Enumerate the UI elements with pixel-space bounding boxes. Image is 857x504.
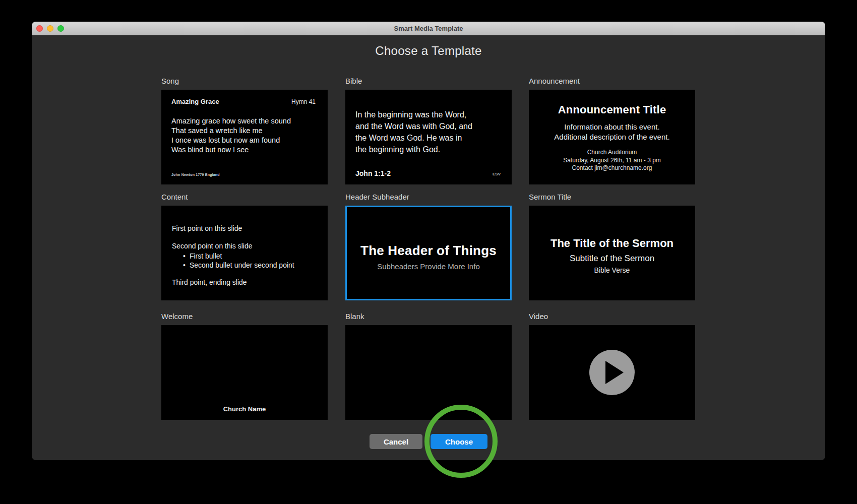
template-label-bible: Bible	[345, 77, 512, 90]
screen: Smart Media Template Choose a Template S…	[0, 0, 857, 504]
header-text: The Header of Things	[360, 243, 497, 259]
subheader-text: Subheaders Provide More Info	[377, 262, 479, 271]
template-label-header-subheader: Header Subheader	[345, 193, 512, 206]
verse-line: the beginning with God.	[355, 144, 504, 155]
announcement-description: Information about this event. Additional…	[529, 122, 695, 142]
bible-verse-text: In the beginning was the Word, and the W…	[345, 90, 512, 155]
template-video: Video	[529, 312, 695, 420]
video-body	[529, 325, 695, 420]
template-song: Song Amazing Grace Hymn 41 Amazing grace…	[161, 77, 328, 184]
template-label-video: Video	[529, 312, 695, 325]
lyric-line: Was blind but now I see	[171, 145, 328, 155]
content-point: First point on this slide	[172, 224, 323, 233]
song-title: Amazing Grace	[171, 98, 219, 105]
announcement-details: Church Auditorium Saturday, August 26th,…	[529, 149, 695, 172]
template-card-welcome[interactable]: Church Name	[161, 325, 328, 420]
template-card-blank[interactable]	[345, 325, 512, 420]
sermon-title-text: The Title of the Sermon	[550, 237, 674, 250]
announcement-detail-line: Church Auditorium	[529, 149, 695, 157]
cancel-button[interactable]: Cancel	[370, 434, 422, 449]
template-label-announcement: Announcement	[529, 77, 695, 90]
announcement-desc-line: Additional description of the event.	[529, 132, 695, 142]
template-card-announcement[interactable]: Announcement Title Information about thi…	[529, 90, 695, 184]
template-bible: Bible In the beginning was the Word, and…	[345, 77, 512, 184]
template-label-welcome: Welcome	[161, 312, 328, 325]
template-card-sermon-title[interactable]: The Title of the Sermon Subtitle of the …	[529, 206, 695, 300]
content-point: Second point on this slide	[172, 241, 323, 250]
window-title: Smart Media Template	[32, 22, 825, 35]
template-blank: Blank	[345, 312, 512, 420]
dialog-window: Smart Media Template Choose a Template S…	[32, 22, 825, 460]
sermon-subtitle-text: Subtitle of the Sermon	[570, 254, 654, 264]
bible-translation: ESV	[493, 172, 501, 176]
announcement-body: Announcement Title Information about thi…	[529, 90, 695, 172]
template-content: Content First point on this slide Second…	[161, 193, 328, 300]
template-header-subheader: Header Subheader The Header of Things Su…	[345, 193, 512, 300]
church-name-text: Church Name	[161, 405, 328, 413]
verse-line: In the beginning was the Word,	[355, 109, 504, 120]
template-card-song[interactable]: Amazing Grace Hymn 41 Amazing grace how …	[161, 90, 328, 184]
template-card-header-subheader[interactable]: The Header of Things Subheaders Provide …	[345, 206, 512, 300]
template-sermon-title: Sermon Title The Title of the Sermon Sub…	[529, 193, 695, 300]
verse-line: the Word was God. He was in	[355, 132, 504, 144]
template-announcement: Announcement Announcement Title Informat…	[529, 77, 695, 184]
header-subheader-body: The Header of Things Subheaders Provide …	[347, 207, 510, 299]
play-icon	[589, 350, 635, 395]
sermon-body: The Title of the Sermon Subtitle of the …	[529, 206, 695, 300]
verse-line: and the Word was with God, and	[355, 120, 504, 132]
song-lyrics: Amazing grace how sweet the sound That s…	[161, 105, 328, 155]
sermon-verse-text: Bible Verse	[594, 266, 630, 274]
content-bullet: First bullet	[183, 252, 323, 261]
template-card-content[interactable]: First point on this slide Second point o…	[161, 206, 328, 300]
template-card-bible[interactable]: In the beginning was the Word, and the W…	[345, 90, 512, 184]
choose-button[interactable]: Choose	[431, 434, 487, 449]
announcement-detail-line: Contact jim@churchname.org	[529, 164, 695, 172]
template-label-blank: Blank	[345, 312, 512, 325]
announcement-detail-line: Saturday, August 26th, 11 am - 3 pm	[529, 157, 695, 165]
lyric-line: I once was lost but now am found	[171, 136, 328, 145]
content-bullet-list: First bullet Second bullet under second …	[172, 252, 323, 270]
announcement-desc-line: Information about this event.	[529, 122, 695, 132]
bible-reference: John 1:1-2	[355, 169, 391, 177]
template-card-video[interactable]	[529, 325, 695, 420]
template-welcome: Welcome Church Name	[161, 312, 328, 420]
lyric-line: That saved a wretch like me	[171, 126, 328, 136]
song-number: Hymn 41	[291, 98, 316, 105]
page-title: Choose a Template	[32, 44, 825, 58]
template-label-song: Song	[161, 77, 328, 90]
content-bullet: Second bullet under second point	[183, 261, 323, 270]
titlebar: Smart Media Template	[32, 22, 825, 35]
template-label-sermon-title: Sermon Title	[529, 193, 695, 206]
lyric-line: Amazing grace how sweet the sound	[171, 116, 328, 126]
song-credit: John Newton 1779 England	[171, 173, 220, 176]
template-label-content: Content	[161, 193, 328, 206]
announcement-title: Announcement Title	[529, 103, 695, 117]
play-triangle-icon	[605, 361, 624, 384]
song-header-row: Amazing Grace Hymn 41	[161, 90, 328, 105]
content-body: First point on this slide Second point o…	[161, 206, 328, 287]
content-point: Third point, ending slide	[172, 278, 323, 287]
